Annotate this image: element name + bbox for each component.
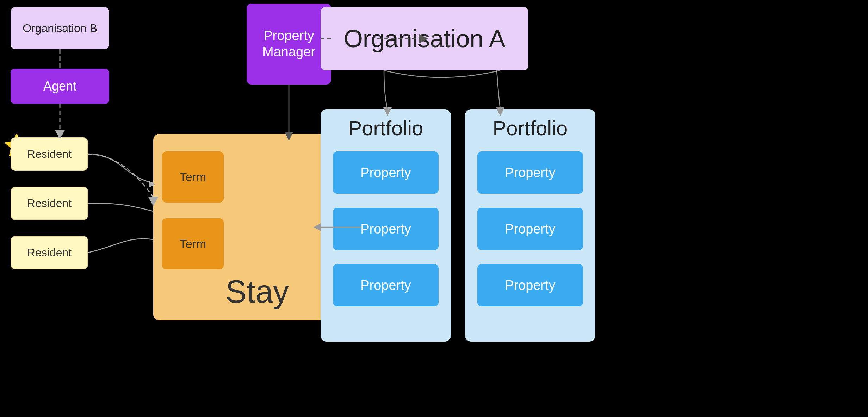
portfolio-left-title: Portfolio [321,116,451,140]
term-2-label: Term [180,237,206,251]
property-left-2: Property [333,208,439,250]
resident-2-box: Resident [11,187,88,220]
property-left-1: Property [333,151,439,194]
portfolio-right-container: Portfolio Property Property Property [465,109,595,342]
stay-label: Stay [225,274,289,310]
term-1-label: Term [180,170,206,184]
property-right-2: Property [477,208,583,250]
org-b-box: Organisation B [11,7,109,49]
portfolio-left-container: Portfolio Property Property Property [321,109,451,342]
term-1-box: Term [162,151,224,203]
term-2-box: Term [162,218,224,269]
resident-3-label: Resident [27,246,72,259]
diagram: Organisation B Agent Property Manager Or… [0,0,868,417]
property-right-1: Property [477,151,583,194]
portfolio-right-title: Portfolio [465,116,595,140]
resident-1-label: Resident [27,148,72,161]
property-manager-label: Property Manager [247,28,331,60]
resident-2-label: Resident [27,197,72,210]
resident-1-box: Resident [11,137,88,171]
property-manager-box: Property Manager [247,4,331,85]
agent-box: Agent [11,69,109,104]
property-right-3: Property [477,264,583,306]
org-b-label: Organisation B [23,22,97,35]
org-a-label: Organisation A [343,25,505,53]
resident-3-box: Resident [11,236,88,269]
org-a-box: Organisation A [321,7,528,70]
property-left-3: Property [333,264,439,306]
agent-label: Agent [43,79,76,94]
